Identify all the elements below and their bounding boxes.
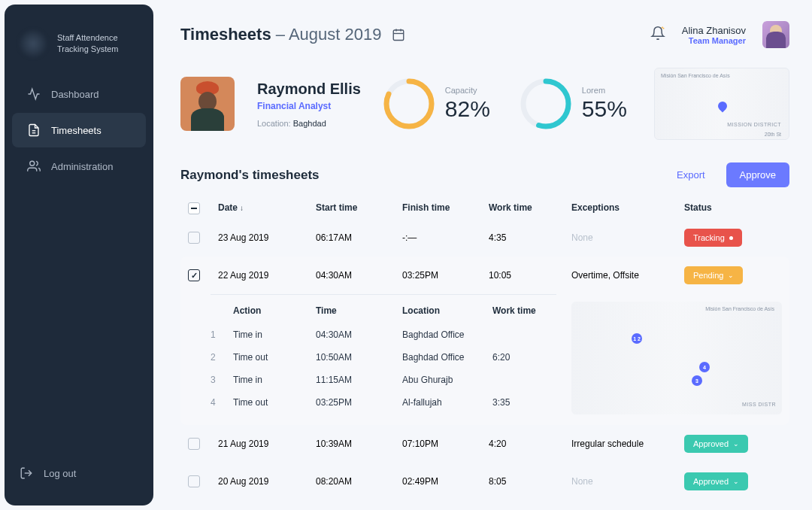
col-status[interactable]: Status [684,202,797,214]
sort-down-icon: ↓ [240,204,244,212]
cell-status: Approved⌄ [684,435,797,453]
brand: Staff Attendence Tracking System [5,20,153,75]
detail-index: 3 [211,375,233,385]
table-row: 23 Aug 2019 06:17AM -:— 4:35 None Tracki… [180,219,789,257]
map-label: MISS DISTR [742,402,776,407]
map-pin-icon: 3 [692,375,702,386]
select-all-checkbox[interactable] [188,202,200,214]
table-row: 19 Aug 2019 07:22AM 11:13PM 7:54 None Ap… [180,500,789,510]
cell-finish: 07:10PM [402,439,489,449]
title-wrap: Timesheets – August 2019 [180,25,405,44]
logout-button[interactable]: Log out [5,456,153,490]
logout-label: Log out [44,468,76,479]
row-checkbox[interactable] [188,475,200,487]
col-finish[interactable]: Finish time [402,202,489,214]
status-badge[interactable]: Approved⌄ [684,472,748,490]
detail-map[interactable]: Misión San Francisco de Asís MISS DISTR … [571,302,782,414]
cell-exceptions: None [571,476,684,487]
map-preview[interactable]: Misión San Francisco de Asís MISSION DIS… [654,68,789,140]
status-badge[interactable]: Pending⌄ [684,266,743,284]
cell-status: Tracking [684,229,797,247]
row-checkbox[interactable] [188,269,200,281]
col-start[interactable]: Start time [316,202,402,214]
gauge-meta: Capacity 82% [445,86,490,122]
gauge: Lorem 55% [520,78,627,129]
detail-action: Time in [233,375,316,385]
sidebar-item-dashboard[interactable]: Dashboard [12,77,146,111]
gauge-ring [520,78,571,129]
detail-panel: Action Time Location Work time 1 Time in… [180,294,789,425]
gauge-label: Capacity [445,86,490,95]
col-time: Time [316,305,402,316]
status-badge[interactable]: Tracking [684,229,742,247]
gauge-meta: Lorem 55% [582,86,627,122]
employee-overview: Raymond Ellis Financial Analyst Location… [180,68,789,140]
col-location: Location [402,305,492,316]
title-period: – August 2019 [271,25,382,44]
export-button[interactable]: Export [663,162,719,187]
row-actions [797,439,812,450]
user-meta[interactable]: Alina Zhanisov Team Manager [682,25,746,45]
col-work[interactable]: Work time [489,202,571,214]
table-header: Date↓ Start time Finish time Work time E… [180,198,789,219]
detail-action: Time out [233,352,316,363]
calendar-icon[interactable] [392,28,405,41]
row-checkbox[interactable] [188,232,200,244]
status-dot-icon [729,236,733,240]
gauge: Capacity 82% [383,78,490,129]
table-row: 22 Aug 2019 04:30AM 03:25PM 10:05 Overti… [180,257,789,294]
status-badge[interactable]: Approved⌄ [684,435,748,453]
sidebar: Staff Attendence Tracking System Dashboa… [5,5,153,505]
notifications-button[interactable] [650,26,665,44]
activity-icon [27,87,41,101]
cell-finish: 02:49PM [402,476,489,487]
sidebar-item-timesheets[interactable]: Timesheets [12,113,146,147]
table-body: 23 Aug 2019 06:17AM -:— 4:35 None Tracki… [180,219,789,510]
users-icon [27,159,41,173]
chevron-down-icon: ⌄ [733,440,739,448]
header-right: Alina Zhanisov Team Manager [650,21,789,48]
cell-finish: 03:25PM [402,270,489,281]
map-label: 20th St [765,132,781,137]
gauge-value: 82% [445,96,490,122]
row-checkbox[interactable] [188,438,200,450]
cell-exceptions: Overtime, Offsite [571,270,684,281]
cell-status: Approved⌄ [684,472,797,490]
map-label: MISSION DISTRICT [727,122,781,127]
cell-date: 20 Aug 2019 [218,476,316,487]
detail-index: 1 [211,329,233,340]
chevron-down-icon: ⌄ [733,478,739,485]
nav: Dashboard Timesheets Administration [5,75,153,456]
detail-work [492,375,553,385]
map-pin-icon: 1 2 [632,333,642,344]
svg-line-9 [662,28,664,29]
svg-point-2 [30,161,35,165]
avatar[interactable] [762,21,789,48]
sidebar-item-label: Administration [51,161,113,172]
location-value: Baghdad [293,119,326,128]
cell-date: 21 Aug 2019 [218,439,316,449]
detail-action: Time in [233,329,316,340]
cell-work: 8:05 [489,476,571,487]
gauge-ring [383,78,435,129]
col-date[interactable]: Date↓ [218,202,316,214]
header: Timesheets – August 2019 Alina Zhanisov … [180,21,789,48]
col-exceptions[interactable]: Exceptions [571,202,684,214]
location-label: Location: [257,119,293,128]
employee-location: Location: Baghdad [257,119,361,128]
gauge-label: Lorem [582,86,627,95]
map-pin-icon: 4 [699,362,710,372]
detail-index: 2 [211,352,233,363]
table-row: 20 Aug 2019 08:20AM 02:49PM 8:05 None Ap… [180,463,789,500]
detail-work [492,329,553,340]
gauges: Capacity 82% Lorem 55% [383,78,627,129]
main: Timesheets – August 2019 Alina Zhanisov … [158,0,812,510]
cell-finish: -:— [402,232,489,243]
sidebar-item-administration[interactable]: Administration [12,149,146,184]
approve-button[interactable]: Approve [726,162,789,187]
cell-start: 06:17AM [316,232,402,243]
employee-role: Financial Analyst [257,101,361,111]
section-title: Raymond's timesheets [180,168,320,183]
detail-header: Action Time Location Work time [211,294,556,323]
timesheets-table: Date↓ Start time Finish time Work time E… [180,198,789,510]
